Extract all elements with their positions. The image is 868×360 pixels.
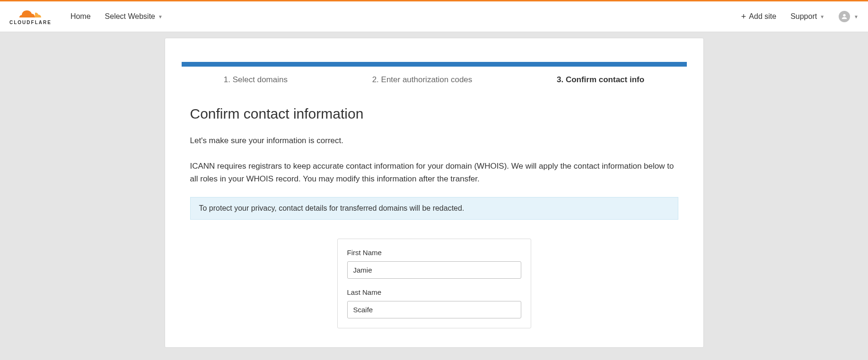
- nav-home[interactable]: Home: [70, 12, 91, 21]
- support-label: Support: [790, 12, 817, 21]
- step-enter-auth-codes: 2. Enter authorization codes: [372, 75, 473, 85]
- privacy-info-banner: To protect your privacy, contact details…: [190, 197, 678, 220]
- add-site-button[interactable]: + Add site: [741, 12, 776, 22]
- first-name-label: First Name: [347, 249, 521, 257]
- cloud-icon: [18, 8, 42, 20]
- nav-select-website-label: Select Website: [105, 12, 155, 21]
- svg-point-0: [843, 14, 845, 17]
- last-name-input[interactable]: [347, 301, 521, 318]
- main-header: CLOUDFLARE Home Select Website ▼ + Add s…: [0, 1, 868, 32]
- nav-home-label: Home: [70, 12, 91, 21]
- contact-form: First Name Last Name: [337, 239, 531, 328]
- avatar-icon: [839, 11, 850, 22]
- last-name-label: Last Name: [347, 288, 521, 296]
- page-subtitle: Let's make sure your information is corr…: [190, 136, 678, 146]
- chevron-down-icon: ▼: [854, 14, 859, 19]
- cloudflare-logo[interactable]: CLOUDFLARE: [9, 8, 52, 25]
- last-name-group: Last Name: [347, 288, 521, 318]
- step-confirm-contact: 3. Confirm contact info: [557, 75, 644, 85]
- logo-text: CLOUDFLARE: [9, 20, 52, 25]
- step-select-domains: 1. Select domains: [224, 75, 288, 85]
- content-area: Confirm contact information Let's make s…: [182, 106, 687, 328]
- header-left: CLOUDFLARE Home Select Website ▼: [9, 8, 163, 25]
- add-site-label: Add site: [749, 12, 776, 21]
- steps-row: 1. Select domains 2. Enter authorization…: [182, 75, 687, 85]
- header-right: + Add site Support ▼ ▼: [741, 11, 859, 22]
- first-name-group: First Name: [347, 249, 521, 279]
- progress-bar: [182, 62, 687, 67]
- page-description: ICANN requires registrars to keep accura…: [190, 160, 678, 185]
- support-menu[interactable]: Support ▼: [790, 12, 824, 21]
- nav-select-website[interactable]: Select Website ▼: [105, 12, 163, 21]
- main-panel: 1. Select domains 2. Enter authorization…: [165, 38, 704, 348]
- plus-icon: +: [741, 12, 746, 22]
- first-name-input[interactable]: [347, 261, 521, 279]
- user-menu[interactable]: ▼: [839, 11, 859, 22]
- page-title: Confirm contact information: [190, 106, 678, 122]
- chevron-down-icon: ▼: [158, 14, 163, 19]
- chevron-down-icon: ▼: [820, 14, 824, 19]
